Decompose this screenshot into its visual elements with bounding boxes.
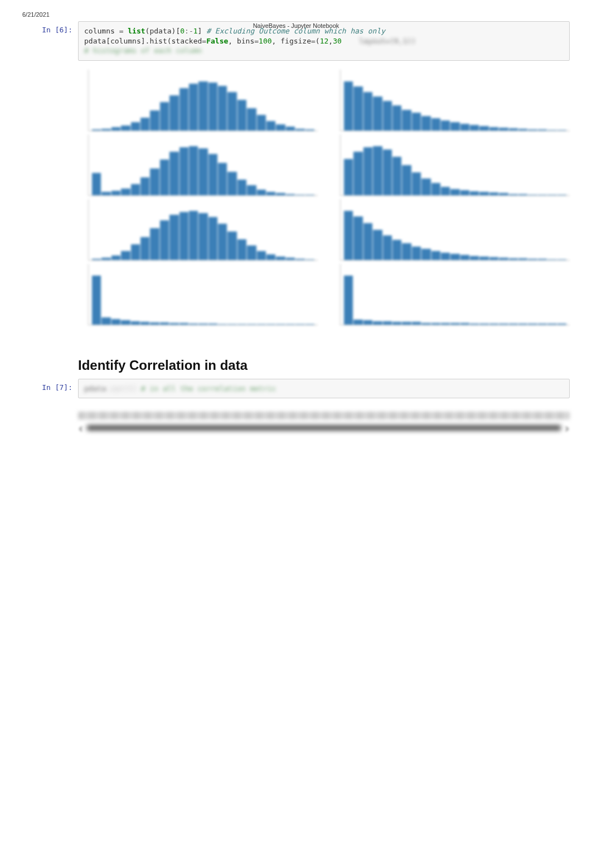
- bar: [276, 124, 285, 130]
- bar: [160, 322, 169, 325]
- histogram-subplot: [340, 134, 570, 196]
- bar: [363, 223, 372, 260]
- print-title: NaiveBayes - Jupyter Notebook: [253, 22, 339, 29]
- bar: [509, 258, 518, 260]
- bar: [450, 254, 459, 260]
- bar: [402, 110, 411, 131]
- bar: [150, 322, 159, 325]
- bar: [227, 172, 236, 195]
- chevron-left-icon: [78, 425, 84, 431]
- code-op: =: [202, 37, 206, 45]
- bar: [421, 323, 430, 325]
- bars: [341, 81, 570, 131]
- bar: [237, 100, 246, 130]
- bar: [227, 324, 236, 325]
- bar: [237, 324, 246, 325]
- bar: [344, 276, 353, 325]
- chevron-right-icon: [564, 425, 570, 431]
- bar: [383, 235, 392, 260]
- bar: [101, 258, 110, 260]
- bar: [547, 130, 556, 131]
- bar: [489, 192, 498, 195]
- bar: [208, 83, 217, 131]
- bar: [383, 321, 392, 325]
- bar: [431, 323, 440, 325]
- code-number: 30: [333, 37, 342, 45]
- bar: [373, 321, 382, 325]
- bar: [179, 212, 188, 260]
- bar: [344, 159, 353, 195]
- bar: [101, 192, 110, 195]
- bar: [295, 129, 304, 131]
- bar: [189, 324, 198, 325]
- bar: [111, 191, 120, 195]
- bar: [489, 127, 498, 131]
- bar: [295, 195, 304, 195]
- code-token: (pdata)[: [145, 27, 181, 35]
- bar: [373, 146, 382, 195]
- code-builtin: list: [128, 27, 145, 35]
- bar: [392, 240, 401, 260]
- bar: [363, 320, 372, 324]
- histogram-grid: [78, 64, 570, 331]
- bar: [402, 165, 411, 195]
- bar: [479, 126, 488, 131]
- code-blurred-comment: # in all the correlation metric: [141, 384, 276, 393]
- bar: [547, 195, 556, 195]
- bar: [218, 224, 227, 260]
- bar: [218, 324, 227, 325]
- bar: [402, 322, 411, 324]
- code-input-7[interactable]: pdata.corr() pdata.corr() # in all the c…: [78, 379, 570, 399]
- bar: [547, 324, 556, 324]
- bar: [286, 324, 295, 325]
- bars: [89, 276, 318, 325]
- bar: [276, 257, 285, 260]
- code-token: , bins: [228, 37, 254, 45]
- bar: [479, 257, 488, 260]
- bar: [92, 173, 101, 195]
- bar: [528, 324, 537, 324]
- bar: [111, 319, 120, 324]
- bar: [198, 148, 207, 195]
- bar: [353, 86, 362, 130]
- code-token: (: [316, 37, 320, 45]
- bars: [89, 211, 318, 260]
- bar: [131, 244, 140, 259]
- code-op: =: [311, 37, 316, 45]
- bar: [450, 122, 459, 131]
- bar: [169, 215, 178, 259]
- input-prompt-6: In [6]:: [22, 21, 78, 331]
- bar: [392, 105, 401, 131]
- input-prompt-7: In [7]:: [22, 379, 78, 431]
- bar: [286, 127, 295, 130]
- bar: [460, 323, 469, 325]
- bar: [227, 232, 236, 260]
- bar: [257, 324, 266, 325]
- bar: [470, 324, 479, 324]
- bar: [247, 245, 256, 259]
- bar: [92, 259, 101, 260]
- bar: [305, 324, 314, 325]
- bar: [140, 118, 149, 131]
- bar: [509, 194, 518, 195]
- bar: [140, 237, 149, 260]
- bar: [538, 324, 547, 324]
- output-scrollbar-blur: [87, 425, 561, 431]
- bar: [441, 323, 450, 325]
- bar: [431, 251, 440, 260]
- code-cell-7: In [7]: pdata.corr() pdata.corr() # in a…: [22, 379, 570, 431]
- bar: [518, 258, 527, 260]
- bar: [140, 322, 149, 325]
- output-7: [78, 412, 570, 431]
- bar: [557, 195, 566, 195]
- bar: [470, 125, 479, 131]
- bar: [198, 81, 207, 131]
- bar: [198, 324, 207, 325]
- markdown-heading-correlation: Identify Correlation in data: [78, 358, 248, 373]
- bars: [89, 81, 318, 131]
- bar: [237, 180, 246, 195]
- bar: [169, 95, 178, 131]
- bar: [257, 190, 266, 195]
- bar: [557, 259, 566, 260]
- bar: [179, 88, 188, 130]
